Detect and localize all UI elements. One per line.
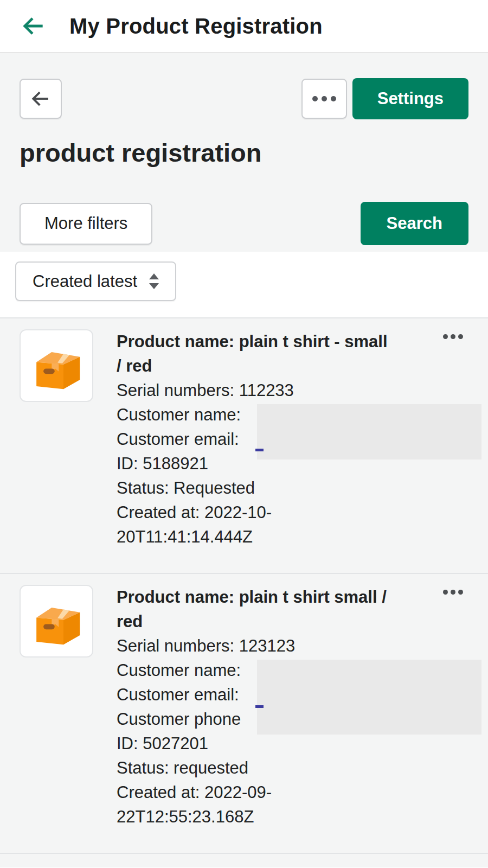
page-title: product registration [20,138,468,168]
page-back-button[interactable] [20,79,62,119]
toolbar-row: Settings [20,78,468,119]
detail-id: ID: 5027201 [117,731,423,756]
detail-status: Status: Requested [117,476,423,500]
registration-list: Product name: plain t shirt - small / re… [0,318,488,853]
more-filters-button[interactable]: More filters [20,203,152,245]
next-item-edge [0,853,488,867]
product-title: red [117,609,423,634]
registration-item: Product name: plain t shirt - small / re… [0,318,488,573]
product-thumbnail [20,585,93,658]
more-actions-button[interactable] [301,79,347,119]
detail-serial-numbers: Serial numbers: 123123 [117,634,423,658]
detail-created-at: Created at: 2022-10- [117,500,423,525]
search-button[interactable]: Search [361,202,468,245]
screen: My Product Registration Settings product… [0,0,488,868]
package-box-icon [28,593,85,649]
app-bar: My Product Registration [0,0,488,53]
filter-row: More filters Search [20,202,468,245]
back-arrow-icon [29,87,52,110]
app-back-button[interactable] [20,12,48,40]
detail-created-at: Created at: 2022-09- [117,780,423,805]
horizontal-dots-icon [443,590,463,595]
email-link-fragment[interactable] [255,449,264,451]
item-menu-button[interactable] [443,333,463,341]
item-menu-button[interactable] [443,588,463,596]
product-title: Product name: plain t shirt small / [117,585,423,609]
detail-created-at: 22T12:55:23.168Z [117,805,423,829]
horizontal-dots-icon [312,96,336,101]
sort-value: Created latest [33,272,137,291]
package-box-icon [28,337,85,394]
detail-status: Status: requested [117,756,423,780]
app-title: My Product Registration [69,14,323,39]
detail-serial-numbers: Serial numbers: 112233 [117,378,423,403]
email-link-fragment[interactable] [255,705,264,708]
settings-button[interactable]: Settings [352,78,468,119]
back-arrow-icon [20,12,47,40]
up-down-arrows-icon [149,273,159,289]
redacted-customer-info [257,660,481,735]
sort-bar: Created latest [0,252,488,318]
horizontal-dots-icon [443,334,463,339]
product-thumbnail [20,329,93,402]
redacted-customer-info [257,404,481,459]
product-title: / red [117,354,423,378]
page-header: Settings product registration More filte… [0,53,488,252]
registration-item: Product name: plain t shirt small / red … [0,573,488,853]
detail-created-at: 20T11:41:14.444Z [117,525,423,549]
product-title: Product name: plain t shirt - small [117,329,423,354]
sort-select[interactable]: Created latest [15,261,176,301]
